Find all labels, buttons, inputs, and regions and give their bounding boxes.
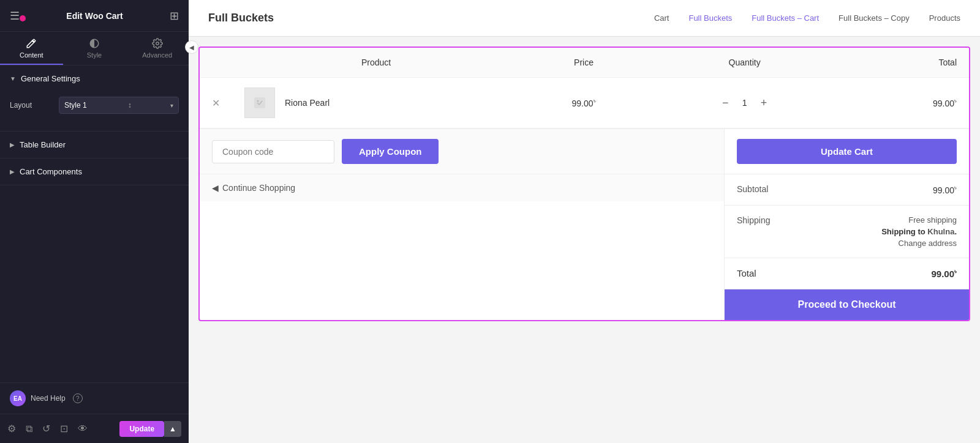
shipping-label: Shipping [737, 215, 771, 225]
hamburger-icon[interactable]: ☰ [10, 9, 20, 23]
continue-shopping-label: Continue Shopping [222, 183, 295, 193]
tab-style-label: Style [87, 51, 102, 59]
continue-shopping-link[interactable]: ◀ Continue Shopping [212, 183, 712, 193]
collapse-arrow-right-cart: ▶ [10, 168, 15, 175]
update-chevron-icon[interactable]: ▲ [164, 421, 181, 437]
cart-components-label: Cart Components [20, 167, 82, 176]
table-header-row: Product Price Quantity Total [200, 48, 969, 78]
total-label: Total [737, 268, 756, 279]
total-amount: 99.00 [931, 269, 954, 279]
nav-link-full-buckets-copy[interactable]: Full Buckets – Copy [839, 13, 910, 23]
sidebar-header: ☰ Edit Woo Cart ⊞ [0, 0, 189, 32]
price-cell: 99.00৳ [520, 78, 647, 128]
product-name: Riona Pearl [285, 98, 330, 108]
nav-link-cart[interactable]: Cart [654, 13, 669, 23]
price-amount: 99.00 [572, 99, 594, 108]
layout-value: Style 1 [64, 101, 87, 110]
th-remove [200, 48, 232, 78]
sidebar-content: ▼ General Settings Layout Style 1 ↕ ▾ ▶ … [0, 65, 189, 224]
grid-icon[interactable]: ⊞ [170, 9, 179, 23]
change-address-link[interactable]: Change address [899, 239, 957, 248]
price-value: 99.00৳ [572, 99, 596, 108]
cart-area: Product Price Quantity Total ✕ [189, 37, 980, 443]
table-builder-header[interactable]: ▶ Table Builder [0, 132, 189, 158]
remove-item-button[interactable]: ✕ [212, 97, 220, 109]
collapse-panel-icon: ◀ [189, 44, 194, 51]
quantity-cell: − 1 + [647, 78, 842, 128]
update-cart-button[interactable]: Update Cart [737, 139, 957, 164]
section-cart-components: ▶ Cart Components [0, 158, 189, 185]
th-price: Price [520, 48, 647, 78]
total-amount: 99.00 [933, 99, 954, 108]
layers-icon[interactable]: ⧉ [26, 423, 32, 434]
cart-components-header[interactable]: ▶ Cart Components [0, 158, 189, 185]
sidebar: ☰ Edit Woo Cart ⊞ Content Style Advanc [0, 0, 189, 443]
dropdown-arrow-icon: ▾ [170, 102, 173, 109]
responsive-icon[interactable]: ⊡ [60, 423, 68, 434]
help-icon[interactable]: ? [73, 393, 83, 403]
subtotal-amount: 99.00 [933, 185, 954, 195]
shipping-row: Shipping Free shipping Shipping to Khuln… [725, 206, 969, 258]
update-button[interactable]: Update [119, 421, 164, 437]
subtotal-currency: ৳ [954, 184, 957, 191]
avatar-text: EA [13, 395, 22, 402]
pencil-icon [26, 38, 37, 49]
cursor-indicator: ↕ [128, 101, 132, 110]
eye-icon[interactable]: 👁 [78, 423, 88, 434]
free-shipping-label: Free shipping [908, 215, 957, 225]
sidebar-tabs: Content Style Advanced [0, 32, 189, 65]
general-settings-label: General Settings [21, 74, 80, 83]
total-cell: 99.00৳ [842, 78, 969, 128]
nav-link-full-buckets-cart[interactable]: Full Buckets – Cart [752, 13, 819, 23]
sidebar-header-icons: ⊞ [170, 9, 179, 23]
nav-link-full-buckets[interactable]: Full Buckets [688, 13, 732, 23]
th-quantity: Quantity [647, 48, 842, 78]
settings-icon[interactable]: ⚙ [7, 423, 16, 434]
cart-table: Product Price Quantity Total ✕ [200, 48, 969, 128]
collapse-arrow-right-table: ▶ [10, 141, 15, 148]
layout-select[interactable]: Style 1 ↕ ▾ [59, 97, 179, 114]
subtotal-value: 99.00৳ [933, 184, 957, 195]
tab-style[interactable]: Style [63, 32, 126, 65]
quantity-controls: − 1 + [660, 97, 830, 110]
quantity-value: 1 [739, 98, 751, 108]
style-icon [89, 38, 100, 49]
layout-row: Layout Style 1 ↕ ▾ [10, 97, 179, 114]
coupon-row: Apply Coupon [200, 129, 724, 174]
svg-rect-1 [254, 97, 265, 108]
collapse-panel-btn[interactable]: ◀ [185, 40, 198, 54]
nav-link-products[interactable]: Products [929, 13, 960, 23]
svg-point-2 [257, 100, 259, 102]
tab-content[interactable]: Content [0, 32, 63, 65]
product-image [244, 87, 275, 118]
quantity-decrease-button[interactable]: − [720, 97, 731, 110]
total-row: Total 99.00৳ [725, 258, 969, 289]
coupon-input[interactable] [212, 140, 334, 163]
sidebar-title: Edit Woo Cart [66, 11, 123, 21]
update-group: Update ▲ [119, 421, 181, 437]
history-icon[interactable]: ↺ [42, 423, 50, 434]
th-total: Total [842, 48, 969, 78]
shipping-city: Khulna [927, 227, 954, 236]
coupon-input-area: Apply Coupon [212, 139, 439, 164]
ea-avatar: EA [10, 390, 26, 406]
total-value: 99.00৳ [931, 268, 957, 279]
need-help-text[interactable]: Need Help [31, 394, 66, 403]
shipping-to-label: Shipping to [881, 227, 925, 236]
cart-totals: Update Cart Subtotal 99.00৳ Shipping Fre… [724, 129, 969, 320]
sidebar-toolbar: ⚙ ⧉ ↺ ⊡ 👁 Update ▲ [0, 414, 189, 443]
main-content: Full Buckets Cart Full Buckets Full Buck… [189, 0, 980, 443]
product-info: Riona Pearl [244, 87, 508, 118]
update-cart-row: Update Cart [725, 129, 969, 174]
apply-coupon-button[interactable]: Apply Coupon [342, 139, 439, 164]
product-cell: Riona Pearl [232, 78, 520, 128]
quantity-increase-button[interactable]: + [758, 97, 770, 110]
continue-shopping-row: ◀ Continue Shopping [200, 174, 724, 201]
th-product: Product [232, 48, 520, 78]
section-general-settings: ▼ General Settings Layout Style 1 ↕ ▾ [0, 65, 189, 132]
proceed-to-checkout-button[interactable]: Proceed to Checkout [725, 289, 969, 320]
sidebar-footer: EA Need Help ? [0, 382, 189, 414]
table-builder-label: Table Builder [20, 140, 66, 149]
tab-advanced[interactable]: Advanced [126, 32, 189, 65]
general-settings-header[interactable]: ▼ General Settings [0, 65, 189, 92]
